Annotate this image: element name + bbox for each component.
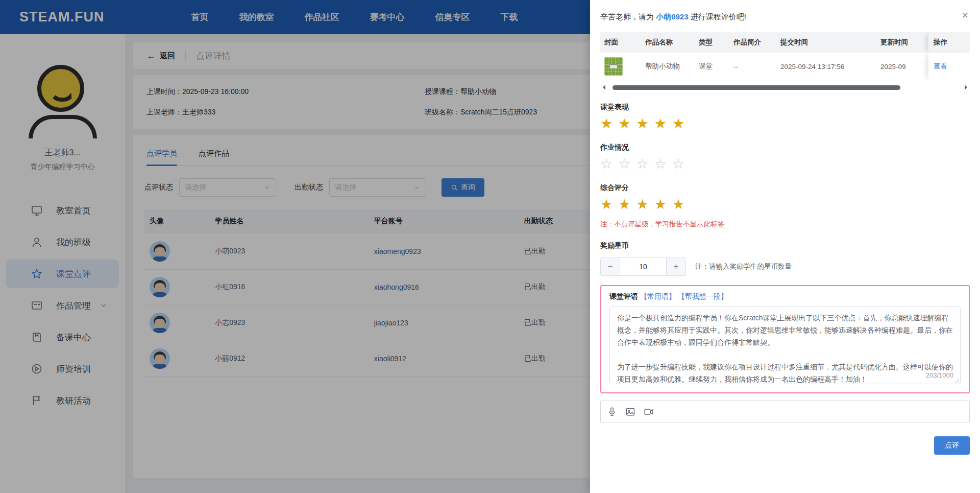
star-icon[interactable]: ☆: [636, 156, 654, 172]
modal-overlay[interactable]: [0, 0, 590, 493]
image-upload-icon[interactable]: [625, 407, 635, 417]
star-rating: ★★★★★: [600, 117, 970, 131]
works-column-header: 类型: [695, 38, 729, 47]
comment-label: 课堂评语: [609, 292, 638, 300]
work-submit-time: 2025-09-24 13:17:56: [776, 63, 876, 71]
star-icon[interactable]: ☆: [672, 156, 690, 172]
work-name: 帮助小动物: [641, 62, 695, 71]
submit-review-button[interactable]: 点评: [934, 436, 970, 455]
star-icon[interactable]: ★: [654, 116, 672, 131]
view-work-link[interactable]: 查看: [934, 62, 947, 71]
scroll-left-arrow-icon[interactable]: [600, 85, 605, 90]
star-icon[interactable]: ★: [600, 197, 618, 212]
star-icon[interactable]: ★: [636, 197, 654, 212]
rating-label: 综合评分: [600, 183, 970, 193]
coins-input[interactable]: [620, 258, 666, 275]
works-table-header: 封面作品名称类型作品简介提交时间更新时间: [600, 32, 970, 53]
comment-textarea-wrap: 你是一个极具创造力的编程学员！你在Scratch课堂上展现出了以下三个优点：首先…: [609, 307, 961, 384]
star-icon[interactable]: ★: [618, 197, 636, 212]
star-icon[interactable]: ★: [672, 197, 690, 212]
coins-label: 奖励星币: [600, 241, 970, 250]
drawer-title-suffix: 进行课程评价吧!: [689, 12, 746, 21]
star-icon[interactable]: ★: [618, 116, 636, 131]
star-icon[interactable]: ★: [654, 197, 672, 212]
app-root: STEAM.FUN 首页我的教室作品社区赛考中心信奥专区下载 王老师3... 青…: [0, 0, 980, 493]
works-column-header: 提交时间: [776, 38, 876, 47]
works-column-header: 作品名称: [641, 38, 695, 47]
work-cover-thumbnail: [604, 57, 623, 76]
coins-row: − + 注：请输入奖励学生的星币数量: [600, 257, 970, 276]
comment-section: 课堂评语 【常用语】 【帮我想一段】 你是一个极具创造力的编程学员！你在Scra…: [600, 285, 970, 393]
drawer-title-prefix: 辛苦老师，请为: [600, 12, 656, 21]
drawer-footer: 点评: [600, 436, 970, 455]
evaluation-drawer: 辛苦老师，请为 小萌0923 进行课程评价吧! ✕ 封面作品名称类型作品简介提交…: [590, 0, 980, 493]
attachment-toolbar: [600, 401, 970, 423]
star-icon[interactable]: ☆: [600, 156, 618, 172]
works-column-header: 作品简介: [729, 38, 776, 47]
increase-coins-button[interactable]: +: [666, 258, 685, 275]
student-name-highlight: 小萌0923: [656, 12, 688, 21]
video-upload-icon[interactable]: [644, 407, 654, 417]
star-rating: ☆☆☆☆☆: [600, 157, 970, 171]
ai-suggest-button[interactable]: 【帮我想一段】: [678, 292, 728, 300]
rating-label: 作业情况: [600, 143, 970, 152]
coins-note: 注：请输入奖励学生的星币数量: [695, 262, 792, 271]
scrollbar-track[interactable]: [607, 85, 963, 90]
scroll-right-arrow-icon[interactable]: [965, 85, 970, 90]
microphone-icon[interactable]: [607, 407, 617, 417]
rating-label: 课堂表现: [600, 103, 970, 112]
work-type: 课堂: [695, 62, 729, 71]
quick-phrases-button[interactable]: 【常用语】: [640, 292, 676, 300]
works-table-row: 帮助小动物 课堂 -- 2025-09-24 13:17:56 2025-09: [600, 53, 970, 80]
close-icon[interactable]: ✕: [962, 11, 969, 20]
coins-stepper: − +: [600, 257, 686, 276]
works-horizontal-scrollbar: [600, 84, 970, 90]
ops-header: 操作: [928, 32, 970, 53]
star-icon[interactable]: ☆: [618, 156, 636, 172]
star-icon[interactable]: ☆: [654, 156, 672, 172]
decrease-coins-button[interactable]: −: [601, 258, 620, 275]
works-column-header: 封面: [600, 38, 641, 47]
work-intro: --: [729, 63, 776, 71]
works-table: 封面作品名称类型作品简介提交时间更新时间 帮助小动物 课堂 -- 2025-09…: [600, 32, 970, 80]
drawer-title: 辛苦老师，请为 小萌0923 进行课程评价吧!: [600, 12, 970, 22]
comment-header: 课堂评语 【常用语】 【帮我想一段】: [609, 292, 961, 301]
star-icon[interactable]: ★: [600, 116, 618, 131]
comment-textarea[interactable]: 你是一个极具创造力的编程学员！你在Scratch课堂上展现出了以下三个优点：首先…: [609, 307, 961, 384]
works-fixed-ops-column: 操作 查看: [928, 32, 970, 80]
scrollbar-thumb[interactable]: [612, 85, 900, 90]
rating-note: 注：不点评星级，学习报告不显示此标签: [600, 220, 970, 229]
star-icon[interactable]: ★: [636, 116, 654, 131]
star-icon[interactable]: ★: [672, 116, 690, 131]
star-rating: ★★★★★: [600, 198, 970, 212]
ratings-area: 课堂表现★★★★★作业情况☆☆☆☆☆综合评分★★★★★: [600, 103, 970, 212]
